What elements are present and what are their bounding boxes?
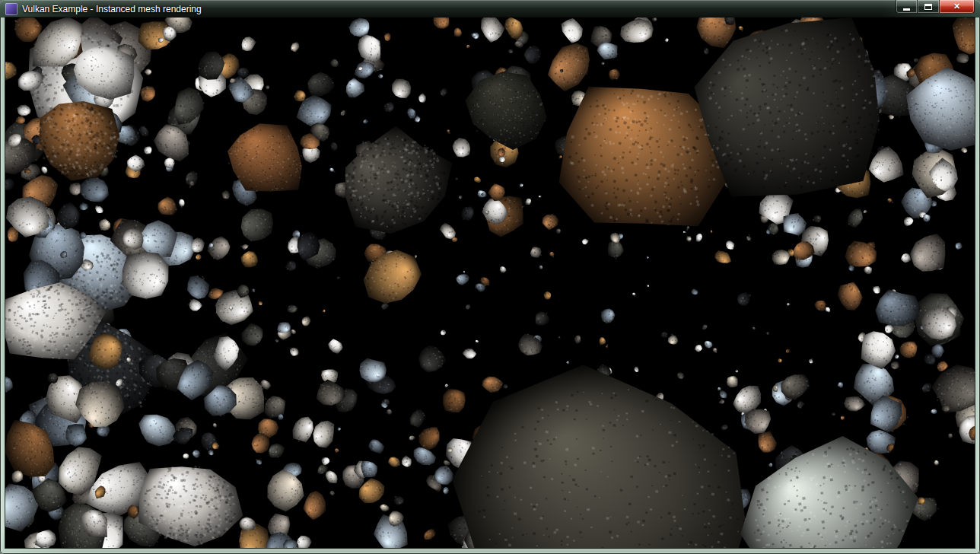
close-button[interactable]: ✕ bbox=[939, 0, 975, 14]
window-controls: ✕ bbox=[896, 0, 975, 14]
close-icon: ✕ bbox=[953, 2, 960, 11]
app-icon bbox=[5, 3, 18, 15]
app-window: Vulkan Example - Instanced mesh renderin… bbox=[0, 0, 980, 554]
render-viewport[interactable] bbox=[5, 18, 975, 548]
minimize-icon bbox=[903, 8, 910, 11]
maximize-icon bbox=[924, 4, 932, 10]
minimize-button[interactable] bbox=[896, 0, 918, 14]
maximize-button[interactable] bbox=[918, 0, 939, 14]
window-title: Vulkan Example - Instanced mesh renderin… bbox=[22, 4, 202, 14]
title-bar[interactable]: Vulkan Example - Instanced mesh renderin… bbox=[0, 0, 980, 18]
